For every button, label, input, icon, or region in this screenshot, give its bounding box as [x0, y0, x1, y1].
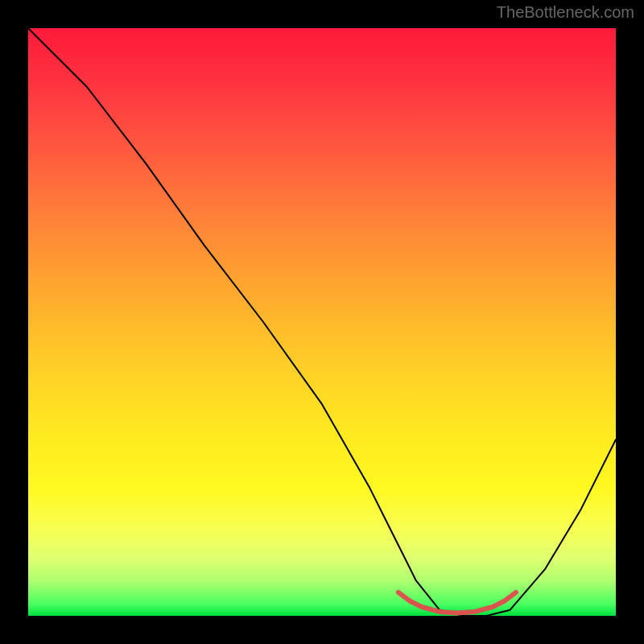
optimal-zone-path: [398, 592, 516, 613]
bottleneck-curve-path: [28, 28, 616, 616]
watermark-text: TheBottleneck.com: [497, 3, 634, 22]
plot-area: [28, 28, 616, 616]
chart-svg: [28, 28, 616, 616]
